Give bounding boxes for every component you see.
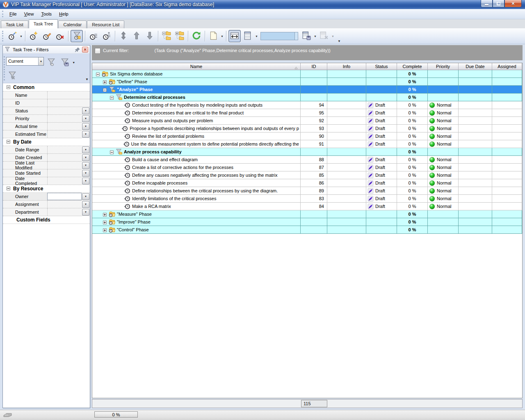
filter-field-date-last-modified[interactable]: Date Last Modified▼ [3,162,90,169]
view-preset-combobox[interactable] [260,32,298,40]
filter-field-owner[interactable]: Owner▼ [3,193,90,201]
filter-field-value[interactable] [47,201,82,208]
filter-field-value[interactable] [47,154,82,161]
chevron-down-icon[interactable]: ▼ [82,154,89,161]
restore-button[interactable] [493,0,504,7]
new-task-wizard-button[interactable] [6,30,18,42]
filter-field-id[interactable]: ID [3,99,90,107]
save-view-dropdown[interactable]: ▼ [313,30,317,42]
tree-name-cell[interactable]: "Control" Phase [92,226,301,234]
delete-task-button[interactable] [54,30,66,42]
column-header-complete[interactable]: Complete [397,63,428,70]
table-row[interactable]: Identify limitations of the critical pro… [92,195,522,203]
chevron-down-icon[interactable]: ▼ [82,162,89,169]
chevron-down-icon[interactable]: ▼ [82,115,89,122]
filter-field-estimated-time[interactable]: Estimated Time▼ [3,130,90,138]
table-row[interactable]: "Improve" Phase0 % [92,218,522,226]
report-button[interactable] [207,30,219,42]
clear-filter-button[interactable] [6,69,18,82]
filter-field-department[interactable]: Department▼ [3,208,90,216]
fit-columns-button[interactable] [228,30,241,42]
filter-field-value[interactable] [47,162,82,169]
tree-name-cell[interactable]: Propose a hypothesis describing relation… [92,125,301,132]
filter-field-value[interactable] [47,107,82,114]
filter-field-value[interactable] [47,91,90,99]
column-header-status[interactable]: Status [366,63,397,70]
save-filter-dropdown[interactable]: ▼ [72,61,75,64]
filter-field-value[interactable] [47,115,82,122]
chevron-down-icon[interactable]: ▼ [82,123,89,130]
table-row[interactable]: Make a RCA matrix84Draft0 %Normal [92,203,522,210]
tree-name-cell[interactable]: Create a list of corrective actions for … [92,164,301,171]
tree-name-cell[interactable]: "Define" Phase [92,78,301,86]
filter-field-date-completed[interactable]: Date Completed▼ [3,177,90,185]
table-row[interactable]: "Analyze" Phase0 % [92,86,522,94]
expand-all-button[interactable] [173,30,186,42]
chevron-down-icon[interactable]: ▼ [82,146,89,153]
table-row[interactable]: Use the data measurement system to defin… [92,140,522,148]
filter-field-value[interactable] [47,169,82,177]
chevron-down-icon[interactable]: ▼ [82,131,89,138]
tree-name-cell[interactable]: Define relationships between the critica… [92,187,301,195]
table-row[interactable]: Measure inputs and outputs per problem92… [92,117,522,125]
minimize-button[interactable] [481,0,493,7]
grid-view-button[interactable] [242,30,254,42]
column-header-name[interactable]: Name [92,63,301,70]
task-history-button[interactable] [100,30,113,42]
filter-field-value[interactable] [47,208,82,216]
filters-close-button[interactable]: ✕ [82,47,88,52]
new-task-dropdown[interactable]: ▼ [19,30,23,42]
chevron-down-icon[interactable]: ▼ [82,201,89,208]
chevron-down-icon[interactable]: ▼ [82,178,89,185]
filter-field-assignment[interactable]: Assignment▼ [3,201,90,208]
tree-name-cell[interactable]: "Analyze" Phase [92,86,301,94]
filter-section-common[interactable]: Common [3,84,90,91]
refresh-button[interactable] [190,30,203,42]
filter-field-value[interactable] [47,177,82,185]
tree-name-cell[interactable]: Six Sigma demo database [92,70,301,78]
tree-name-cell[interactable]: Build a cause and effect diagram [92,156,301,164]
grid-view-dropdown[interactable]: ▼ [254,30,259,42]
table-row[interactable]: "Measure" Phase0 % [92,210,522,218]
table-row[interactable]: Determine processes that are critical to… [92,109,522,117]
table-row[interactable]: "Define" Phase0 % [92,78,522,86]
filter-section-custom-fields[interactable]: Custom Fields [3,216,90,224]
chevron-down-icon[interactable]: ▼ [82,193,89,200]
tab-task-list[interactable]: Task List [1,21,28,28]
filter-section-by-resource[interactable]: By Resource [3,185,90,193]
current-filter-checkbox[interactable] [95,48,100,53]
table-row[interactable]: Define relationships between the critica… [92,187,522,195]
collapse-icon[interactable] [110,96,114,99]
filter-field-value[interactable] [47,146,82,153]
filter-field-actual-time[interactable]: Actual time▼ [3,123,90,130]
apply-filter-button[interactable] [45,56,57,68]
table-row[interactable]: Build a cause and effect diagram88Draft0… [92,156,522,164]
chevron-down-icon[interactable]: ▼ [82,209,89,216]
collapse-icon[interactable] [110,150,114,154]
filter-section-by-date[interactable]: By Date [3,138,90,146]
table-row[interactable]: Create a list of corrective actions for … [92,164,522,171]
expand-icon[interactable] [103,220,107,224]
move-task-button[interactable] [117,30,130,42]
table-row[interactable]: Six Sigma demo database0 % [92,70,522,78]
tree-name-cell[interactable]: Review the list of potential problems [92,132,301,140]
tab-calendar[interactable]: Calendar [58,21,87,28]
tree-name-cell[interactable]: Determine critical processes [92,94,301,101]
tab-task-tree[interactable]: Task Tree [29,19,58,28]
table-row[interactable]: Analyze process capability0 % [92,148,522,156]
column-header-priority[interactable]: Priority [428,63,459,70]
tree-name-cell[interactable]: Conduct testing of the hypothesis by mod… [92,101,301,109]
table-row[interactable]: Define incapable processes86Draft0 %Norm… [92,179,522,187]
filter-field-priority[interactable]: Priority▼ [3,115,90,123]
tree-name-cell[interactable]: Determine processes that are critical to… [92,109,301,117]
table-row[interactable]: "Control" Phase0 % [92,226,522,234]
filter-field-date-range[interactable]: Date Range▼ [3,146,90,154]
save-view-button[interactable] [300,30,313,42]
tab-resource-list[interactable]: Resource List [87,21,124,28]
collapse-icon[interactable] [103,88,107,91]
column-header-id[interactable]: ID [301,63,327,70]
collapse-icon[interactable] [7,85,10,90]
filter-field-status[interactable]: Status▼ [3,107,90,115]
task-notes-button[interactable] [87,30,100,42]
collapse-all-button[interactable] [160,30,173,42]
